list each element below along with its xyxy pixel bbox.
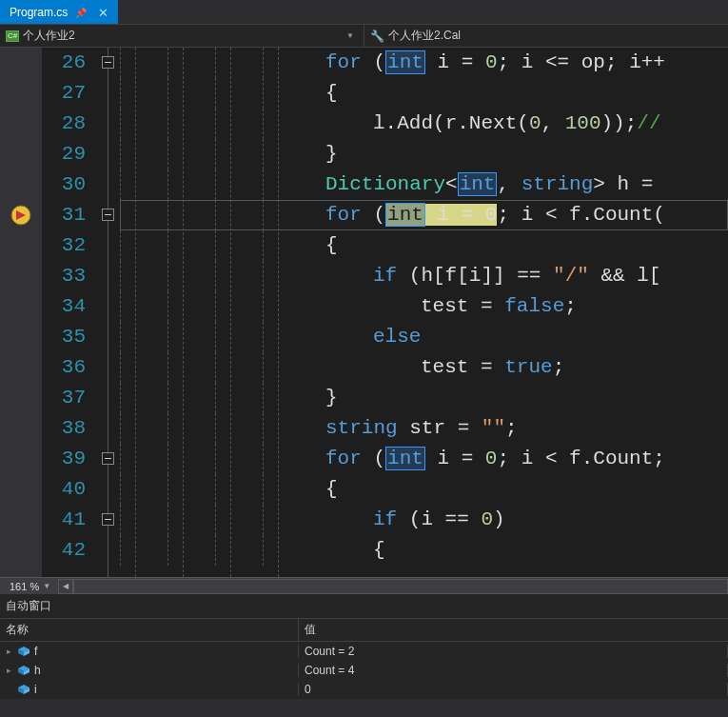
code-line[interactable]: { — [120, 474, 728, 505]
editor-footer: 161 % ▼ ◀ — [0, 577, 728, 594]
line-number: 41 — [42, 505, 86, 535]
tab-bar: Program.cs 📌 ✕ — [0, 0, 728, 25]
code-line[interactable]: { — [120, 535, 728, 566]
autos-header-name[interactable]: 名称 — [0, 619, 299, 641]
variable-value: Count = 2 — [299, 645, 728, 658]
line-number: 35 — [42, 322, 86, 352]
chevron-down-icon: ▼ — [43, 582, 50, 590]
line-numbers: 2627282930313233343536373839404142 — [42, 48, 99, 577]
line-number: 27 — [42, 78, 86, 109]
pin-icon[interactable]: 📌 — [75, 8, 87, 18]
variable-value: 0 — [299, 683, 728, 696]
code-line[interactable]: { — [120, 78, 728, 109]
fold-toggle[interactable] — [102, 56, 114, 69]
close-icon[interactable]: ✕ — [94, 6, 112, 20]
nav-right-dropdown[interactable]: 🔧 个人作业2.Cal — [364, 25, 728, 47]
nav-left-dropdown[interactable]: C# 个人作业2 ▼ — [0, 25, 364, 47]
line-number: 34 — [42, 291, 86, 322]
code-line[interactable]: } — [120, 383, 728, 413]
variable-value: Count = 4 — [299, 664, 728, 677]
line-number: 37 — [42, 383, 86, 413]
line-number: 38 — [42, 413, 86, 444]
autos-row[interactable]: ▸ f Count = 2 — [0, 642, 728, 661]
code-line[interactable]: for (int i = 0; i < f.Count; — [120, 444, 728, 474]
folding-column[interactable] — [99, 48, 120, 577]
code-content[interactable]: 🪛 for (int i = 0; i <= op; i++{l.Add(r.N… — [120, 48, 728, 577]
fold-toggle[interactable] — [102, 452, 114, 465]
code-editor[interactable]: 2627282930313233343536373839404142 🪛 for… — [0, 48, 728, 577]
chevron-down-icon: ▼ — [346, 31, 358, 40]
line-number: 33 — [42, 261, 86, 291]
code-line[interactable]: } — [120, 139, 728, 169]
expand-toggle[interactable]: ▸ — [4, 666, 13, 675]
nav-right-label: 个人作业2.Cal — [388, 28, 461, 44]
horizontal-scrollbar[interactable] — [73, 579, 728, 594]
line-number: 40 — [42, 474, 86, 505]
code-line[interactable]: string str = ""; — [120, 413, 728, 444]
expand-toggle[interactable]: ▸ — [4, 647, 13, 656]
nav-left-label: 个人作业2 — [23, 28, 75, 44]
navigation-bar: C# 个人作业2 ▼ 🔧 个人作业2.Cal — [0, 25, 728, 48]
line-number: 42 — [42, 535, 86, 566]
line-number: 39 — [42, 444, 86, 474]
line-number: 26 — [42, 48, 86, 78]
code-line[interactable]: if (i == 0) — [120, 505, 728, 535]
line-number: 28 — [42, 109, 86, 139]
autos-header-value[interactable]: 值 — [299, 619, 728, 641]
code-line[interactable]: test = true; — [120, 352, 728, 383]
code-line[interactable]: test = false; — [120, 291, 728, 322]
expand-toggle — [4, 685, 13, 694]
line-number: 31 — [42, 200, 86, 230]
debug-current-arrow — [10, 205, 31, 226]
variable-name: f — [34, 645, 37, 658]
code-line[interactable]: if (h[f[i]] == "/" && l[ — [120, 261, 728, 291]
autos-row[interactable]: ▸ h Count = 4 — [0, 661, 728, 680]
code-line[interactable]: for (int i = 0; i < f.Count( — [120, 200, 728, 230]
code-line[interactable]: else — [120, 322, 728, 352]
line-number: 29 — [42, 139, 86, 169]
glyph-margin[interactable] — [0, 48, 42, 577]
indent-guide — [230, 48, 231, 577]
file-tab[interactable]: Program.cs 📌 ✕ — [0, 0, 118, 24]
fold-toggle[interactable] — [102, 513, 114, 526]
code-line[interactable]: Dictionary<int, string> h = — [120, 169, 728, 200]
wrench-icon: 🔧 — [370, 30, 384, 43]
variable-name: i — [34, 683, 37, 696]
variable-name: h — [34, 664, 41, 677]
csharp-icon: C# — [6, 30, 19, 42]
variable-icon — [17, 665, 30, 676]
variable-icon — [17, 646, 30, 657]
zoom-dropdown[interactable]: 161 % ▼ — [0, 581, 58, 592]
indent-guide — [278, 48, 279, 577]
autos-title: 自动窗口 — [0, 594, 728, 619]
scroll-left-button[interactable]: ◀ — [58, 579, 73, 594]
tab-filename: Program.cs — [10, 6, 68, 19]
variable-icon — [17, 684, 30, 695]
line-number: 32 — [42, 230, 86, 261]
indent-guide — [183, 48, 184, 577]
indent-guide — [135, 48, 136, 577]
autos-header: 名称 值 — [0, 619, 728, 642]
line-number: 36 — [42, 352, 86, 383]
line-number: 30 — [42, 169, 86, 200]
zoom-level: 161 % — [10, 581, 39, 592]
autos-panel: 自动窗口 名称 值 ▸ f Count = 2 ▸ h Count = 4 i — [0, 594, 728, 699]
fold-toggle[interactable] — [102, 209, 114, 221]
autos-row[interactable]: i 0 — [0, 680, 728, 699]
code-line[interactable]: for (int i = 0; i <= op; i++ — [120, 48, 728, 78]
code-line[interactable]: l.Add(r.Next(0, 100));// — [120, 109, 728, 139]
code-line[interactable]: { — [120, 230, 728, 261]
